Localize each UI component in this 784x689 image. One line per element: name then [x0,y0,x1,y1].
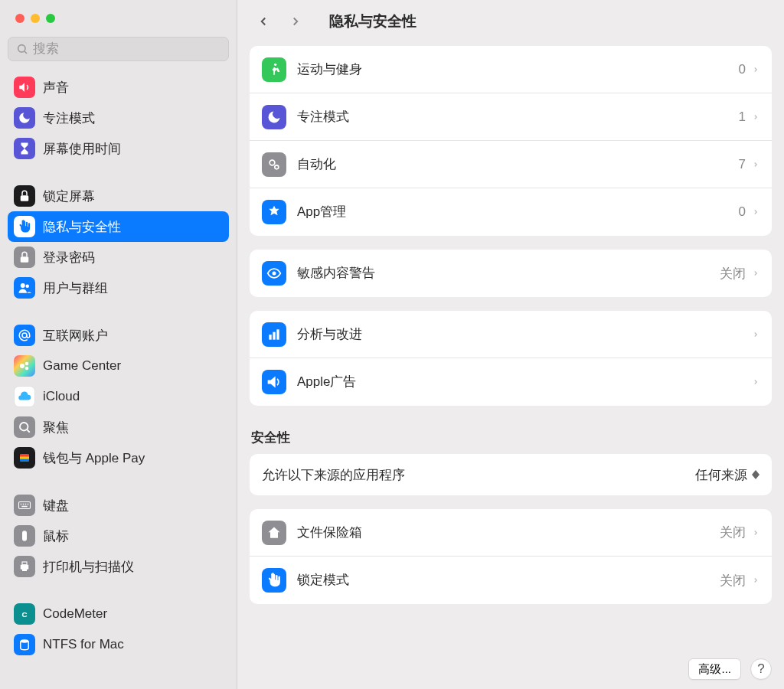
sidebar-item-label: NTFS for Mac [43,637,124,652]
sidebar-item-label: 打印机与扫描仪 [43,558,134,576]
svg-rect-19 [28,504,29,505]
row-label: 锁定模式 [297,573,720,588]
run-icon [262,57,286,82]
sidebar-item-internet[interactable]: 互联网账户 [8,320,229,351]
svg-rect-33 [276,329,279,339]
svg-point-8 [25,362,29,366]
footer: 高级... ? [688,658,772,680]
row-ads[interactable]: Apple广告 [250,358,772,406]
svg-rect-16 [21,504,22,505]
advanced-button[interactable]: 高级... [688,658,741,680]
row-label: Apple广告 [297,374,752,390]
lock-icon [14,185,35,207]
sidebar-item-mouse[interactable]: 鼠标 [8,521,229,551]
sidebar-item-users[interactable]: 用户与群组 [8,273,229,303]
svg-line-1 [24,51,27,54]
svg-point-5 [26,285,30,289]
sidebar-item-sound[interactable]: 声音 [8,72,229,103]
sidebar-item-lockscreen[interactable]: 锁定屏幕 [8,181,229,211]
sidebar-item-label: 锁定屏幕 [43,188,95,205]
row-label: 自动化 [297,157,739,172]
wallet-icon [14,447,35,469]
row-label: App管理 [297,204,739,220]
svg-text:C: C [21,610,27,619]
window-controls [0,0,237,37]
search-field[interactable] [8,37,229,61]
lock-icon [14,247,35,268]
row-appmgmt[interactable]: App管理 0 [250,188,772,236]
people-icon [14,277,35,299]
svg-point-0 [18,45,25,52]
row-sensitive[interactable]: 敏感内容警告 关闭 [250,250,772,297]
settings-section: 敏感内容警告 关闭 [250,250,772,297]
row-value: 关闭 [720,572,746,589]
header: 隐私与安全性 [237,0,784,43]
close-window-button[interactable] [15,14,24,23]
hand-icon [262,568,286,593]
allow-apps-row[interactable]: 允许以下来源的应用程序 任何来源 [250,454,772,495]
sidebar-item-label: 钱包与 Apple Pay [43,449,145,467]
moon-icon [262,105,286,129]
forward-button[interactable] [286,12,305,31]
chevron-right-icon [752,64,760,75]
row-value: 关闭 [720,524,746,541]
sidebar-item-codemeter[interactable]: CCodeMeter [8,599,229,629]
sidebar-item-login-pw[interactable]: 登录密码 [8,242,229,273]
search-icon [14,416,35,438]
allow-apps-value: 任何来源 [695,466,747,484]
allow-apps-select[interactable]: 任何来源 [695,466,760,484]
sidebar-item-label: 用户与群组 [43,279,108,297]
sidebar-item-label: 隐私与安全性 [43,218,121,236]
page-title: 隐私与安全性 [329,11,416,31]
svg-rect-23 [22,562,27,565]
allow-apps-section: 允许以下来源的应用程序 任何来源 [250,454,772,495]
sidebar-item-ntfs[interactable]: NTFS for Mac [8,629,229,660]
row-lockdown[interactable]: 锁定模式 关闭 [250,557,772,604]
svg-rect-13 [20,455,29,457]
search-input[interactable] [33,41,220,57]
sidebar-item-privacy[interactable]: 隐私与安全性 [8,211,229,242]
svg-point-7 [20,364,24,368]
minimize-window-button[interactable] [31,14,40,23]
sidebar-item-label: 互联网账户 [43,327,108,344]
help-button[interactable]: ? [750,658,772,680]
sidebar-item-printer[interactable]: 打印机与扫描仪 [8,551,229,582]
chevron-right-icon [752,575,760,586]
sidebar-item-focus-side[interactable]: 专注模式 [8,103,229,133]
svg-rect-18 [25,504,27,505]
zoom-window-button[interactable] [46,14,55,23]
row-value: 1 [739,109,746,125]
sidebar-item-wallet[interactable]: 钱包与 Apple Pay [8,442,229,473]
sidebar-item-label: 鼠标 [43,527,69,545]
sidebar-item-label: 专注模式 [43,109,95,127]
mouse-icon [14,525,35,547]
row-automation[interactable]: 自动化 7 [250,141,772,188]
sidebar-item-keyboard[interactable]: 键盘 [8,490,229,521]
row-filevault[interactable]: 文件保险箱 关闭 [250,509,772,557]
chevron-right-icon [289,15,302,28]
allow-apps-label: 允许以下来源的应用程序 [262,466,695,484]
at-icon [14,325,35,346]
sidebar-item-spotlight[interactable]: 聚焦 [8,412,229,442]
chevron-right-icon [752,112,760,122]
back-button[interactable] [254,12,273,31]
row-analytics[interactable]: 分析与改进 [250,311,772,358]
hand-icon [14,216,35,237]
content: 运动与健身 0 专注模式 1 自动化 7 App管理 0 敏感内容警告 关闭 分… [237,43,784,689]
main-pane: 隐私与安全性 运动与健身 0 专注模式 1 自动化 7 App管理 0 敏感内容… [237,0,784,689]
sidebar-item-icloud[interactable]: iCloud [8,381,229,412]
svg-rect-2 [21,195,29,201]
row-focus[interactable]: 专注模式 1 [250,93,772,141]
moon-icon [14,107,35,129]
security-rows-section: 文件保险箱 关闭 锁定模式 关闭 [250,509,772,604]
chevron-left-icon [256,15,270,28]
sidebar-item-screentime[interactable]: 屏幕使用时间 [8,133,229,164]
svg-rect-32 [273,331,275,339]
svg-point-10 [20,423,28,431]
svg-point-27 [274,63,276,65]
svg-rect-24 [22,568,27,571]
sidebar-item-gamecenter[interactable]: Game Center [8,351,229,381]
row-label: 专注模式 [297,109,739,125]
row-value: 0 [739,62,746,77]
row-fitness[interactable]: 运动与健身 0 [250,46,772,93]
